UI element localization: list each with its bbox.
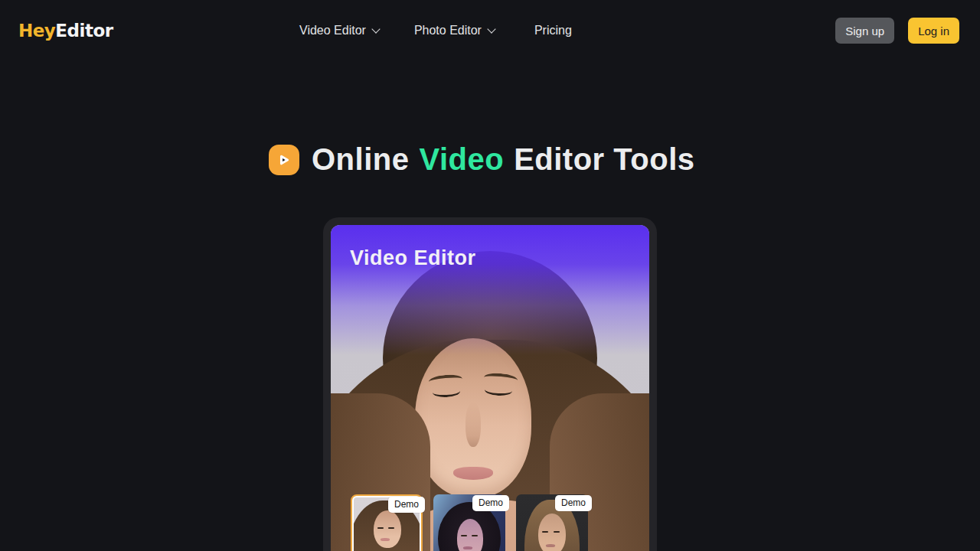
brand-logo-hey: Hey — [18, 21, 55, 41]
sign-up-button[interactable]: Sign up — [835, 18, 894, 44]
demo-badge: Demo — [388, 497, 425, 513]
demo-video-preview[interactable]: Video Editor Demo Demo — [331, 225, 649, 551]
demo-thumbnail-woman-portrait[interactable]: Demo — [351, 494, 423, 551]
auth-buttons: Sign up Log in — [835, 18, 959, 44]
demo-badge: Demo — [472, 495, 509, 511]
navbar: HeyEditor Video Editor Photo Editor Pric… — [0, 0, 980, 61]
demo-thumbnail-curly-hair-man[interactable]: Demo — [433, 494, 505, 551]
portrait-nose — [466, 403, 481, 447]
play-icon — [269, 145, 299, 175]
log-in-button[interactable]: Log in — [908, 18, 959, 44]
page-title: Online Video Editor Tools — [312, 142, 695, 177]
nav-item-label: Pricing — [534, 24, 572, 37]
brand-logo[interactable]: HeyEditor — [18, 21, 113, 41]
portrait-lips — [453, 467, 493, 480]
chevron-down-icon — [487, 24, 495, 33]
nav-item-video-editor[interactable]: Video Editor — [299, 24, 379, 37]
purple-gradient-overlay — [331, 225, 649, 355]
demo-thumbnail-long-hair-woman[interactable]: Demo — [516, 494, 588, 551]
chevron-down-icon — [371, 24, 380, 33]
demo-badge: Demo — [555, 495, 592, 511]
demo-thumbnail-row: Demo Demo Demo — [351, 494, 588, 551]
nav-item-label: Photo Editor — [414, 24, 482, 37]
title-suffix: Editor Tools — [514, 142, 694, 177]
title-highlight: Video — [419, 142, 504, 177]
video-editor-showcase-card[interactable]: Video Editor Demo Demo — [323, 217, 657, 551]
nav-item-pricing[interactable]: Pricing — [534, 24, 572, 37]
title-prefix: Online — [312, 142, 409, 177]
nav-item-photo-editor[interactable]: Photo Editor — [414, 24, 495, 37]
card-title: Video Editor — [350, 246, 476, 270]
nav-item-label: Video Editor — [299, 24, 366, 37]
main-nav: Video Editor Photo Editor Pricing — [299, 0, 572, 61]
brand-logo-editor: Editor — [55, 21, 113, 41]
hero-heading: Online Video Editor Tools — [269, 142, 695, 177]
